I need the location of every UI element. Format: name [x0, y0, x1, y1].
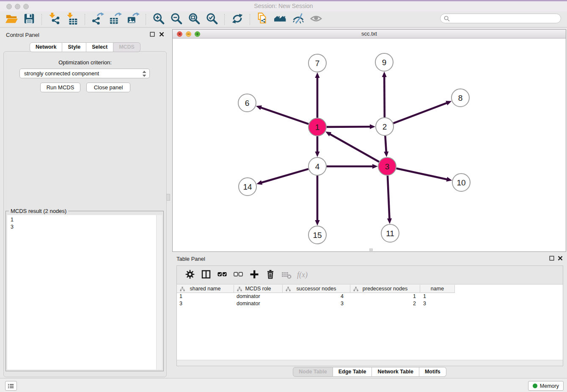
- edge-3-11[interactable]: [388, 176, 390, 220]
- task-history-button[interactable]: [5, 381, 17, 391]
- table-row[interactable]: 3dominator323: [177, 300, 563, 307]
- result-scrollbar[interactable]: [156, 215, 162, 370]
- edge-arrowhead: [315, 220, 319, 226]
- close-panel-icon[interactable]: [159, 32, 164, 37]
- graph-node-9[interactable]: 9: [375, 53, 393, 71]
- import-network-button[interactable]: [48, 13, 61, 26]
- graph-node-2[interactable]: 2: [376, 118, 394, 135]
- column-header-name[interactable]: name: [420, 285, 455, 293]
- export-table-button[interactable]: [109, 13, 122, 26]
- run-mcds-button[interactable]: Run MCDS: [40, 83, 80, 92]
- graph-node-8[interactable]: 8: [451, 89, 469, 107]
- cell-shared-name[interactable]: 1: [177, 293, 234, 300]
- mcds-tab-content: Optimization criterion: strongly connect…: [3, 51, 167, 377]
- deselect-all-button[interactable]: [232, 269, 245, 282]
- network-canvas[interactable]: 7968124314101511: [173, 39, 566, 251]
- cell-successor-nodes[interactable]: 4: [283, 293, 350, 300]
- delete-table-button[interactable]: [280, 269, 293, 282]
- document-share-button[interactable]: [256, 13, 270, 26]
- close-panel-button[interactable]: Close panel: [86, 83, 130, 92]
- svg-text:10: 10: [457, 178, 465, 187]
- network-window-titlebar[interactable]: scc.txt: [173, 30, 566, 39]
- search-box[interactable]: [440, 14, 561, 23]
- columns-button[interactable]: [200, 269, 212, 282]
- function-builder-button[interactable]: f(x): [297, 271, 308, 279]
- eye-button[interactable]: [309, 13, 323, 26]
- search-input[interactable]: [451, 14, 559, 23]
- cell-successor-nodes[interactable]: 3: [283, 300, 350, 307]
- cell-shared-name[interactable]: 3: [177, 300, 234, 307]
- tab-mcds[interactable]: MCDS: [113, 42, 140, 52]
- columns-icon: [201, 269, 211, 281]
- horizontal-splitter-handle[interactable]: [369, 248, 373, 251]
- column-header-shared-name[interactable]: shared name: [177, 285, 234, 293]
- zoom-fit-button[interactable]: [187, 13, 201, 26]
- tab-style[interactable]: Style: [62, 42, 86, 52]
- tab-network-table[interactable]: Network Table: [372, 367, 419, 377]
- table-horizontal-scrollbar[interactable]: [177, 360, 563, 366]
- column-header-predecessor-nodes[interactable]: predecessor nodes: [350, 285, 420, 293]
- homes-button[interactable]: [274, 13, 287, 26]
- graph-node-3[interactable]: 3: [378, 157, 396, 175]
- edge-2-8[interactable]: [394, 102, 448, 123]
- graph-node-4[interactable]: 4: [308, 157, 326, 175]
- edge-1-6[interactable]: [260, 107, 308, 124]
- svg-text:11: 11: [386, 229, 394, 238]
- table-row[interactable]: 1dominator411: [177, 293, 563, 300]
- edge-3-1[interactable]: [329, 134, 379, 162]
- svg-text:7: 7: [315, 59, 320, 68]
- svg-text:1: 1: [315, 123, 320, 132]
- zoom-check-button[interactable]: [205, 13, 219, 26]
- column-header-successor-nodes[interactable]: successor nodes: [283, 285, 350, 293]
- mcds-result-title: MCDS result (2 nodes): [9, 208, 68, 214]
- graph-node-6[interactable]: 6: [238, 94, 256, 112]
- memory-button[interactable]: Memory: [528, 381, 564, 391]
- cell-predecessor-nodes[interactable]: 1: [350, 293, 420, 300]
- export-image-button[interactable]: [127, 13, 140, 26]
- mcds-result-area[interactable]: 1 3: [7, 215, 162, 370]
- trash-button[interactable]: [264, 269, 277, 282]
- edge-3-10[interactable]: [396, 168, 448, 180]
- graph-node-11[interactable]: 11: [381, 224, 399, 242]
- zoom-in-button[interactable]: [152, 13, 165, 26]
- open-folder-button[interactable]: [5, 13, 18, 26]
- zoom-out-button[interactable]: [170, 13, 183, 26]
- import-table-icon: [66, 12, 79, 26]
- import-table-button[interactable]: [66, 13, 79, 26]
- cell-name[interactable]: 3: [420, 300, 455, 307]
- export-network-button[interactable]: [91, 13, 105, 26]
- add-button[interactable]: [248, 269, 261, 282]
- save-button[interactable]: [22, 13, 36, 26]
- optimization-criterion-dropdown[interactable]: strongly connected component: [19, 69, 150, 78]
- cell-predecessor-nodes[interactable]: 2: [350, 300, 420, 307]
- eye-slash-button[interactable]: [292, 13, 305, 26]
- toolbar-separator: [250, 14, 250, 25]
- edge-4-14[interactable]: [261, 169, 308, 183]
- eye-slash-icon: [292, 12, 305, 26]
- refresh-button[interactable]: [231, 13, 244, 26]
- gear-button[interactable]: [184, 269, 196, 282]
- vertical-splitter-handle[interactable]: [166, 194, 170, 201]
- graph-node-15[interactable]: 15: [308, 226, 326, 244]
- cell-name[interactable]: 1: [420, 293, 455, 300]
- tab-edge-table[interactable]: Edge Table: [333, 367, 372, 377]
- column-header-MCDS-role[interactable]: MCDS role: [234, 285, 283, 293]
- float-panel-icon[interactable]: [150, 32, 155, 37]
- tab-select[interactable]: Select: [86, 42, 113, 52]
- float-table-panel-icon[interactable]: [549, 256, 554, 261]
- cell-MCDS-role[interactable]: dominator: [234, 293, 283, 300]
- graph-node-1[interactable]: 1: [308, 118, 326, 136]
- graph-node-7[interactable]: 7: [308, 54, 326, 72]
- edge-1-2[interactable]: [327, 127, 371, 127]
- gear-icon: [185, 269, 195, 281]
- select-all-button[interactable]: [216, 269, 228, 282]
- graph-node-10[interactable]: 10: [452, 174, 470, 191]
- close-table-panel-icon[interactable]: [558, 256, 563, 261]
- edge-2-3[interactable]: [385, 136, 386, 153]
- tab-node-table[interactable]: Node Table: [293, 367, 333, 377]
- tab-motifs[interactable]: Motifs: [419, 367, 446, 377]
- tab-network[interactable]: Network: [30, 42, 62, 52]
- cell-MCDS-role[interactable]: dominator: [234, 300, 283, 307]
- edge-2-9[interactable]: [384, 76, 385, 117]
- graph-node-14[interactable]: 14: [239, 178, 256, 196]
